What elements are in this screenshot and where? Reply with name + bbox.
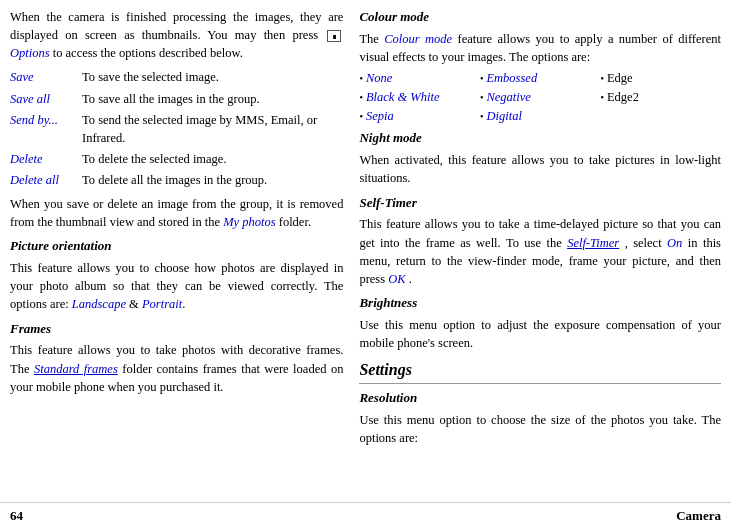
night-mode-body: When activated, this feature allows you … (359, 151, 721, 187)
standard-frames-link[interactable]: Standard frames (34, 362, 118, 376)
on-link[interactable]: On (667, 236, 682, 250)
page-number: 64 (10, 508, 23, 524)
edge-text: Edge (607, 69, 633, 87)
landscape-link[interactable]: Landscape (72, 297, 126, 311)
group-text2: folder. (279, 215, 311, 229)
action-save: Save To save the selected image. (10, 68, 343, 86)
brightness-body: Use this menu option to adjust the expos… (359, 316, 721, 352)
colour-mode-link[interactable]: Colour mode (384, 32, 452, 46)
bullet-edge: • Edge (600, 69, 721, 87)
resolution-body: Use this menu option to choose the size … (359, 411, 721, 447)
page-container: When the camera is finished processing t… (0, 0, 731, 529)
edge2-text: Edge2 (607, 88, 639, 106)
colour-mode-heading: Colour mode (359, 8, 721, 27)
brightness-heading: Brightness (359, 294, 721, 313)
digital-link[interactable]: Digital (486, 107, 521, 125)
intro-text: When the camera is finished processing t… (10, 10, 343, 42)
colour-options-grid: • None • Embossed • Edge • Black & White (359, 69, 721, 125)
intro-end-text: to access the options described below. (53, 46, 243, 60)
delete-all-desc: To delete all the images in the group. (82, 171, 343, 189)
negative-link[interactable]: Negative (486, 88, 530, 106)
bullet-black-white: • Black & White (359, 88, 480, 106)
action-send-by: Send by... To send the selected image by… (10, 111, 343, 147)
bullet-digital: • Digital (480, 107, 601, 125)
my-photos-link[interactable]: My photos (223, 215, 275, 229)
right-column: Colour mode The Colour mode feature allo… (355, 8, 721, 502)
settings-heading: Settings (359, 358, 721, 381)
settings-divider (359, 383, 721, 384)
action-save-all: Save all To save all the images in the g… (10, 90, 343, 108)
self-timer-body: This feature allows you to take a time-d… (359, 215, 721, 288)
sepia-link[interactable]: Sepia (366, 107, 394, 125)
frames-heading: Frames (10, 320, 343, 339)
colour-mode-body: The Colour mode feature allows you to ap… (359, 30, 721, 66)
save-label[interactable]: Save (10, 68, 82, 86)
page-title: Camera (676, 508, 721, 524)
left-column: When the camera is finished processing t… (10, 8, 355, 502)
bullet-embossed: • Embossed (480, 69, 601, 87)
bullet-edge2: • Edge2 (600, 88, 721, 106)
send-by-label[interactable]: Send by... (10, 111, 82, 147)
action-delete: Delete To delete the selected image. (10, 150, 343, 168)
black-white-link[interactable]: Black & White (366, 88, 440, 106)
delete-all-label[interactable]: Delete all (10, 171, 82, 189)
bullet-sepia: • Sepia (359, 107, 480, 125)
action-delete-all: Delete all To delete all the images in t… (10, 171, 343, 189)
embossed-link[interactable]: Embossed (486, 69, 537, 87)
footer-bar: 64 Camera (0, 502, 731, 529)
bullet-none: • None (359, 69, 480, 87)
resolution-heading: Resolution (359, 389, 721, 408)
bullet-negative: • Negative (480, 88, 601, 106)
self-timer-heading: Self-Timer (359, 194, 721, 213)
picture-orientation-heading: Picture orientation (10, 237, 343, 256)
send-by-desc: To send the selected image by MMS, Email… (82, 111, 343, 147)
save-all-desc: To save all the images in the group. (82, 90, 343, 108)
save-all-label[interactable]: Save all (10, 90, 82, 108)
ok-link[interactable]: OK (388, 272, 405, 286)
none-link[interactable]: None (366, 69, 392, 87)
save-desc: To save the selected image. (82, 68, 343, 86)
options-link[interactable]: Options (10, 46, 50, 60)
self-timer-link[interactable]: Self-Timer (567, 236, 619, 250)
intro-paragraph: When the camera is finished processing t… (10, 8, 343, 62)
delete-label[interactable]: Delete (10, 150, 82, 168)
group-text-paragraph: When you save or delete an image from th… (10, 195, 343, 231)
options-icon: ∎ (327, 30, 341, 42)
portrait-link[interactable]: Portrait (142, 297, 182, 311)
frames-body: This feature allows you to take photos w… (10, 341, 343, 395)
picture-orientation-body: This feature allows you to choose how ph… (10, 259, 343, 313)
night-mode-heading: Night mode (359, 129, 721, 148)
content-area: When the camera is finished processing t… (0, 0, 731, 502)
delete-desc: To delete the selected image. (82, 150, 343, 168)
bullet-empty (600, 107, 721, 125)
